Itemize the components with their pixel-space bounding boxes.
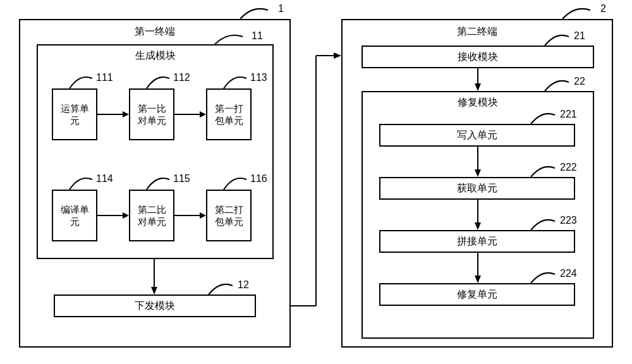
num-115: 115 <box>173 173 190 185</box>
num-11: 11 <box>252 30 263 42</box>
unit-221: 写入单元 <box>379 124 575 147</box>
unit-111: 运算单 元 <box>52 88 97 140</box>
unit-223-label: 拼接单元 <box>457 235 497 248</box>
terminal-2-title: 第二终端 <box>343 20 612 42</box>
unit-116: 第二打 包单元 <box>206 190 252 241</box>
unit-224-label: 修复单元 <box>457 288 497 301</box>
svg-marker-13 <box>334 52 341 59</box>
num-223: 223 <box>560 215 577 226</box>
unit-223: 拼接单元 <box>379 230 575 253</box>
num-114: 114 <box>96 173 113 185</box>
unit-112: 第一比 对单元 <box>129 88 174 140</box>
num-12: 12 <box>238 279 249 291</box>
arrow-t1-t2 <box>291 52 341 311</box>
num-113: 113 <box>250 72 267 83</box>
num-221: 221 <box>560 109 577 120</box>
repair-module-title: 修复模块 <box>363 92 593 109</box>
unit-114: 编译单 元 <box>52 190 97 241</box>
unit-222: 获取单元 <box>379 177 575 200</box>
num-21: 21 <box>574 30 585 42</box>
num-116: 116 <box>250 173 267 185</box>
recv-module: 接收模块 <box>362 46 594 68</box>
num-1: 1 <box>278 3 284 15</box>
num-22: 22 <box>574 76 585 87</box>
send-module: 下发模块 <box>54 294 256 317</box>
unit-222-label: 获取单元 <box>457 182 497 195</box>
num-222: 222 <box>560 162 577 173</box>
unit-113: 第一打 包单元 <box>206 88 252 140</box>
recv-module-label: 接收模块 <box>458 51 498 64</box>
unit-115: 第二比 对单元 <box>129 190 174 241</box>
num-112: 112 <box>173 72 190 83</box>
diagram-root: { "terminal1": { "label": "第一终端", "num":… <box>0 0 632 364</box>
unit-224: 修复单元 <box>379 283 575 306</box>
unit-221-label: 写入单元 <box>457 129 497 142</box>
terminal-1-title: 第一终端 <box>20 20 289 42</box>
num-224: 224 <box>560 268 577 279</box>
num-2: 2 <box>600 3 606 15</box>
num-111: 111 <box>96 72 113 83</box>
send-module-label: 下发模块 <box>135 300 175 313</box>
gen-module-title: 生成模块 <box>38 46 272 63</box>
